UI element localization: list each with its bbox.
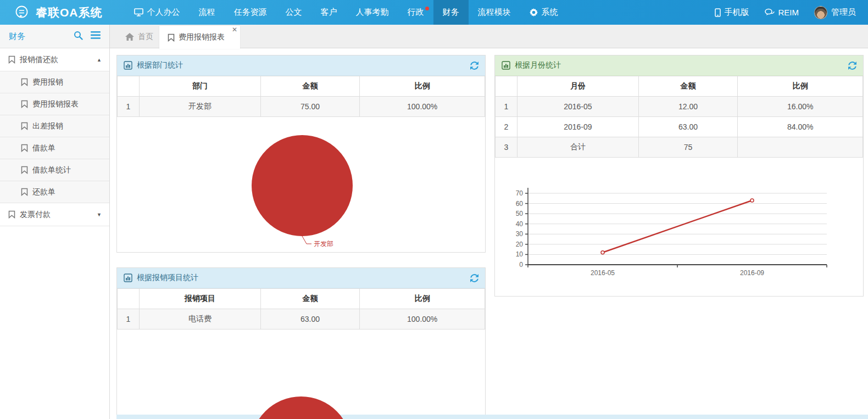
table-cell: 100.00% — [360, 97, 485, 117]
tab-label: 首页 — [138, 32, 153, 42]
col-header: 金额 — [260, 76, 360, 97]
sidebar-group-reimburse-loan[interactable]: 报销借还款 ▲ — [0, 48, 109, 71]
svg-text:20: 20 — [516, 241, 524, 248]
col-header: 部门 — [140, 76, 261, 97]
tab-expense-report[interactable]: 费用报销报表 ✕ — [159, 26, 240, 49]
sidebar-item-expense-reimburse[interactable]: 费用报销 — [0, 71, 109, 93]
nav-item-workflow[interactable]: 流程 — [190, 0, 225, 25]
nav-label: 行政 — [408, 7, 424, 18]
refresh-icon[interactable] — [470, 62, 478, 70]
user-menu[interactable]: 管理员 — [806, 0, 864, 25]
table-cell: 75.00 — [260, 97, 360, 117]
sidebar-item-loan-stats[interactable]: 借款单统计 — [0, 159, 109, 181]
table-cell: 100.00% — [360, 309, 485, 329]
table-cell: 2016-09 — [518, 117, 639, 137]
sidebar-item-repayment-form[interactable]: 还款单 — [0, 181, 109, 203]
table-cell: 63.00 — [260, 309, 360, 329]
panel-title: 根据月份统计 — [515, 60, 561, 70]
sidebar-item-travel-reimburse[interactable]: 出差报销 — [0, 115, 109, 137]
tab-bar: 首页 费用报销报表 ✕ — [110, 25, 868, 48]
nav-item-personal-office[interactable]: 个人办公 — [125, 0, 190, 25]
panel-dept-stats: 根据部门统计 部门 金额 比例 1 开发部 75.00 100.00% — [116, 55, 486, 253]
item-pie-chart[interactable] — [117, 329, 485, 419]
table-cell: 电话费 — [140, 309, 261, 329]
panel-title: 根据部门统计 — [137, 60, 183, 70]
refresh-icon[interactable] — [848, 62, 856, 70]
table-row[interactable]: 1 电话费 63.00 100.00% — [118, 309, 485, 329]
user-avatar — [814, 6, 827, 19]
nav-item-finance[interactable]: 财务 — [433, 0, 469, 25]
sidebar-item-expense-report[interactable]: 费用报销报表 — [0, 93, 109, 115]
gear-icon — [530, 8, 538, 16]
table-cell: 84.00% — [738, 117, 863, 137]
sidebar-item-label: 借款单统计 — [32, 165, 71, 175]
reim-chat-button[interactable]: REIM — [757, 0, 807, 25]
sidebar-item-loan-form[interactable]: 借款单 — [0, 137, 109, 159]
dept-table: 部门 金额 比例 1 开发部 75.00 100.00% — [117, 76, 485, 117]
nav-item-system[interactable]: 系统 — [520, 0, 567, 25]
table-cell: 12.00 — [638, 97, 738, 117]
nav-label: 手机版 — [725, 7, 749, 18]
sidebar-title: 财务 — [9, 31, 25, 42]
nav-item-administration[interactable]: 行政 — [398, 0, 433, 25]
svg-text:开发部: 开发部 — [314, 240, 333, 248]
table-row[interactable]: 1 开发部 75.00 100.00% — [118, 97, 485, 117]
tab-home[interactable]: 首页 — [125, 25, 153, 48]
chevron-up-icon: ▲ — [97, 57, 102, 63]
svg-text:2016-05: 2016-05 — [591, 269, 615, 277]
dept-pie-chart[interactable]: 开发部 — [117, 117, 485, 252]
bookmark-icon — [21, 78, 28, 86]
mobile-icon — [715, 8, 721, 17]
mobile-version-button[interactable]: 手机版 — [707, 0, 757, 25]
svg-text:50: 50 — [516, 210, 524, 217]
tab-label: 费用报销报表 — [179, 32, 225, 42]
bookmark-icon — [21, 166, 28, 174]
bookmark-icon — [8, 210, 15, 219]
col-header: 比例 — [738, 76, 863, 97]
svg-text:2016-09: 2016-09 — [740, 269, 764, 277]
bookmark-icon — [21, 122, 28, 130]
user-name: 管理员 — [831, 7, 856, 18]
home-icon — [125, 33, 134, 41]
sidebar: 财务 报销借还款 ▲ 费用报销 费用报销报表 — [0, 25, 110, 419]
chat-icon — [765, 8, 775, 16]
svg-text:60: 60 — [516, 200, 524, 208]
app-window: 睿联OA系统 个人办公 流程 任务资源 公文 客户 人事考勤 行政 财务 流程模… — [0, 0, 868, 419]
item-table: 报销项目 金额 比例 1 电话费 63.00 100.00% — [117, 288, 485, 329]
index-header — [496, 76, 518, 97]
menu-toggle-icon[interactable] — [91, 31, 101, 41]
app-logo[interactable]: 睿联OA系统 — [0, 0, 125, 25]
nav-item-task-resource[interactable]: 任务资源 — [225, 0, 276, 25]
nav-label: 流程模块 — [478, 7, 511, 18]
table-cell: 1 — [118, 97, 140, 117]
comment-logo-icon — [14, 5, 29, 20]
nav-label: 个人办公 — [147, 7, 180, 18]
sidebar-group-invoice-payment[interactable]: 发票付款 ▼ — [0, 203, 109, 226]
close-icon[interactable]: ✕ — [232, 26, 237, 33]
nav-item-hr-attendance[interactable]: 人事考勤 — [347, 0, 398, 25]
table-cell: 16.00% — [738, 97, 863, 117]
month-line-chart[interactable]: 0102030405060702016-052016-09 — [495, 158, 863, 295]
table-row[interactable]: 1 2016-05 12.00 16.00% — [496, 97, 863, 117]
bar-chart-icon — [502, 61, 510, 70]
app-title: 睿联OA系统 — [36, 5, 103, 20]
table-cell: 3 — [496, 137, 518, 158]
bookmark-icon — [21, 188, 28, 196]
col-header: 金额 — [638, 76, 738, 97]
svg-text:70: 70 — [516, 189, 524, 197]
sidebar-group-label: 发票付款 — [20, 210, 51, 220]
nav-item-customer[interactable]: 客户 — [311, 0, 347, 25]
top-navbar: 睿联OA系统 个人办公 流程 任务资源 公文 客户 人事考勤 行政 财务 流程模… — [0, 0, 868, 25]
sidebar-item-label: 借款单 — [32, 143, 55, 153]
index-header — [118, 76, 140, 97]
svg-text:10: 10 — [516, 250, 524, 258]
col-header: 月份 — [518, 76, 639, 97]
svg-text:30: 30 — [516, 230, 524, 238]
search-icon[interactable] — [74, 31, 83, 42]
table-row[interactable]: 2 2016-09 63.00 84.00% — [496, 117, 863, 137]
table-row[interactable]: 3 合计 75 — [496, 137, 863, 158]
refresh-icon[interactable] — [470, 274, 478, 282]
nav-item-workflow-module[interactable]: 流程模块 — [469, 0, 520, 25]
chevron-down-icon: ▼ — [97, 212, 102, 217]
nav-item-official-doc[interactable]: 公文 — [276, 0, 311, 25]
